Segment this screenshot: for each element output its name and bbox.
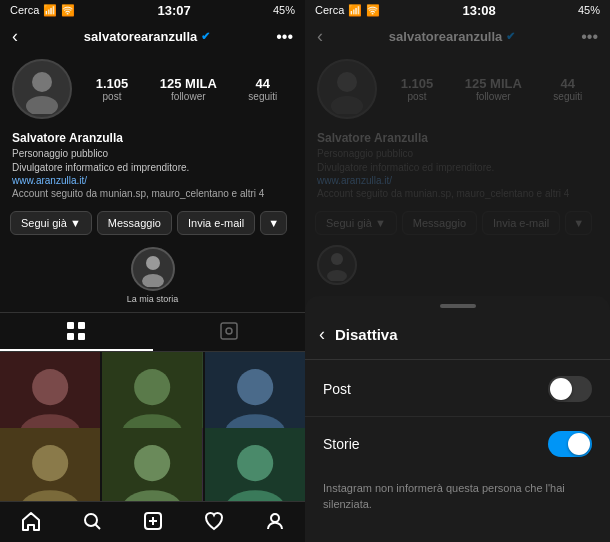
modal-header: ‹ Disattiva bbox=[305, 316, 610, 357]
svg-point-1 bbox=[26, 96, 58, 114]
tabs-bar bbox=[0, 312, 305, 352]
profile-header-left: ‹ salvatorearanzulla ✔ ••• bbox=[0, 20, 305, 51]
bio-name: Salvatore Aranzulla bbox=[12, 131, 293, 145]
stats-section-right: 1.105 post 125 MILA follower 44 seguiti bbox=[305, 51, 610, 127]
time-right: 13:08 bbox=[463, 3, 496, 18]
nav-heart[interactable] bbox=[203, 510, 225, 532]
bio-role: Personaggio pubblico bbox=[12, 147, 293, 161]
more-button-right: ••• bbox=[581, 28, 598, 46]
stat-posts: 1.105 post bbox=[96, 76, 129, 102]
story-section-right bbox=[305, 239, 610, 291]
svg-point-36 bbox=[331, 253, 343, 265]
bio-section-left: Salvatore Aranzulla Personaggio pubblico… bbox=[0, 127, 305, 203]
modal-title: Disattiva bbox=[335, 326, 398, 343]
bio-desc: Divulgatore informatico ed imprenditore. bbox=[12, 161, 293, 175]
svg-point-20 bbox=[32, 445, 68, 481]
story-thumb bbox=[131, 247, 175, 291]
follow-button[interactable]: Segui già ▼ bbox=[10, 211, 92, 235]
photo-cell-5[interactable] bbox=[102, 428, 202, 502]
bio-link[interactable]: www.aranzulla.it/ bbox=[12, 175, 293, 186]
follow-button-right: Segui già ▼ bbox=[315, 211, 397, 235]
divider-1 bbox=[305, 359, 610, 360]
battery-right: 45% bbox=[578, 4, 600, 16]
avatar-left bbox=[12, 59, 72, 119]
email-button-right: Invia e-mail bbox=[482, 211, 560, 235]
modal-back-button[interactable]: ‹ bbox=[319, 324, 325, 345]
email-button[interactable]: Invia e-mail bbox=[177, 211, 255, 235]
stat-following: 44 seguiti bbox=[248, 76, 277, 102]
action-buttons-right: Segui già ▼ Messaggio Invia e-mail ▼ bbox=[305, 203, 610, 239]
svg-point-35 bbox=[331, 96, 363, 114]
stats-section-left: 1.105 post 125 MILA follower 44 seguiti bbox=[0, 51, 305, 127]
modal-overlay: ‹ Disattiva Post Storie Instagram non in… bbox=[305, 296, 610, 542]
tab-grid[interactable] bbox=[0, 313, 153, 351]
nav-add[interactable] bbox=[142, 510, 164, 532]
profile-header-right: ‹ salvatorearanzulla ✔ ••• bbox=[305, 20, 610, 51]
tab-tagged[interactable] bbox=[153, 313, 306, 351]
toggle-post[interactable] bbox=[548, 376, 592, 402]
svg-point-34 bbox=[337, 72, 357, 92]
toggle-storie[interactable] bbox=[548, 431, 592, 457]
wifi-icon-right: 🛜 bbox=[366, 4, 380, 17]
svg-point-2 bbox=[146, 256, 160, 270]
svg-rect-8 bbox=[221, 323, 237, 339]
carrier-left: Cerca bbox=[10, 4, 39, 16]
wifi-icon: 🛜 bbox=[61, 4, 75, 17]
time-left: 13:07 bbox=[158, 3, 191, 18]
arrow-button-right: ▼ bbox=[565, 211, 592, 235]
photo-cell-6[interactable] bbox=[205, 428, 305, 502]
back-button-left[interactable]: ‹ bbox=[12, 26, 18, 47]
nav-profile[interactable] bbox=[264, 510, 286, 532]
message-button-right: Messaggio bbox=[402, 211, 477, 235]
svg-point-37 bbox=[327, 270, 347, 281]
story-label: La mia storia bbox=[127, 294, 179, 304]
svg-point-0 bbox=[32, 72, 52, 92]
more-actions-button[interactable]: ▼ bbox=[260, 211, 287, 235]
svg-point-14 bbox=[134, 369, 170, 405]
modal-row-post: Post bbox=[305, 362, 610, 417]
svg-rect-7 bbox=[78, 333, 85, 340]
modal-footer-text: Instagram non informerà questa persona c… bbox=[305, 471, 610, 522]
row-label-storie: Storie bbox=[323, 436, 360, 452]
nav-search[interactable] bbox=[81, 510, 103, 532]
status-bar-right: Cerca 📶 🛜 13:08 45% bbox=[305, 0, 610, 20]
bio-followed: Account seguito da munian.sp, mauro_cele… bbox=[12, 188, 293, 199]
svg-point-33 bbox=[271, 514, 279, 522]
battery-left: 45% bbox=[273, 4, 295, 16]
stories-section: La mia storia bbox=[0, 239, 305, 308]
back-button-right: ‹ bbox=[317, 26, 323, 47]
stats-row-left: 1.105 post 125 MILA follower 44 seguiti bbox=[80, 76, 293, 102]
svg-line-29 bbox=[95, 525, 100, 530]
toggle-knob-post bbox=[550, 378, 572, 400]
signal-icon-right: 📶 bbox=[348, 4, 362, 17]
status-bar-left: Cerca 📶 🛜 13:07 45% bbox=[0, 0, 305, 20]
story-item[interactable]: La mia storia bbox=[12, 247, 293, 304]
photo-cell-4[interactable] bbox=[0, 428, 100, 502]
message-button[interactable]: Messaggio bbox=[97, 211, 172, 235]
nav-home[interactable] bbox=[20, 510, 42, 532]
action-buttons-left: Segui già ▼ Messaggio Invia e-mail ▼ bbox=[0, 203, 305, 239]
modal-handle bbox=[440, 304, 476, 308]
row-label-post: Post bbox=[323, 381, 351, 397]
svg-rect-4 bbox=[67, 322, 74, 329]
verified-badge-right: ✔ bbox=[506, 30, 515, 43]
verified-badge-left: ✔ bbox=[201, 30, 210, 43]
svg-point-3 bbox=[142, 274, 164, 287]
svg-point-28 bbox=[85, 514, 97, 526]
stat-followers: 125 MILA follower bbox=[160, 76, 217, 102]
carrier-right: Cerca bbox=[315, 4, 344, 16]
left-panel: Cerca 📶 🛜 13:07 45% ‹ salvatorearanzulla… bbox=[0, 0, 305, 542]
bio-section-right: Salvatore Aranzulla Personaggio pubblico… bbox=[305, 127, 610, 203]
svg-point-26 bbox=[237, 445, 273, 481]
svg-point-11 bbox=[32, 369, 68, 405]
toggle-knob-storie bbox=[568, 433, 590, 455]
right-panel: Cerca 📶 🛜 13:08 45% ‹ salvatorearanzulla… bbox=[305, 0, 610, 542]
svg-point-17 bbox=[237, 369, 273, 405]
avatar-right bbox=[317, 59, 377, 119]
bottom-nav-left bbox=[0, 501, 305, 542]
modal-row-storie: Storie bbox=[305, 417, 610, 471]
more-button-left[interactable]: ••• bbox=[276, 28, 293, 46]
photo-grid bbox=[0, 352, 305, 501]
username-left: salvatorearanzulla ✔ bbox=[84, 29, 210, 44]
svg-point-23 bbox=[134, 445, 170, 481]
